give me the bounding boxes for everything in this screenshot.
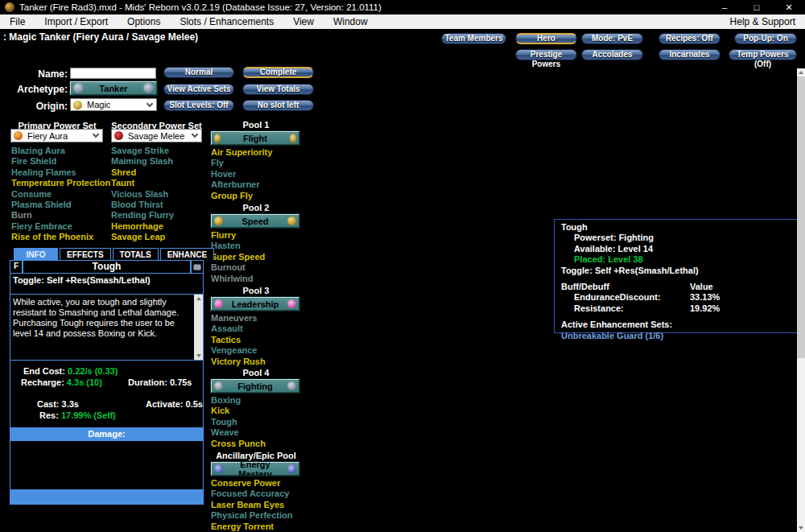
power-item[interactable]: Victory Rush: [211, 357, 308, 367]
power-item[interactable]: Fly: [211, 158, 308, 168]
power-item[interactable]: Physical Perfection: [211, 510, 308, 521]
pool-1-select[interactable]: Flight: [211, 131, 299, 145]
title-bar: Tanker (Fire Rad3).mxd - Mids' Reborn v3…: [0, 0, 805, 14]
build-subtitle: : Magic Tanker (Fiery Aura / Savage Mele…: [3, 31, 198, 43]
ancillary-pool-select[interactable]: Energy Mastery: [211, 462, 299, 476]
tanker-archetype-icon: [73, 83, 84, 93]
tab-totals[interactable]: TOTALS: [113, 248, 159, 260]
power-item[interactable]: Tough: [211, 417, 308, 427]
power-item[interactable]: Laser Beam Eyes: [211, 500, 308, 510]
view-totals-button[interactable]: View Totals: [242, 84, 314, 95]
maximize-button[interactable]: □: [741, 0, 773, 14]
power-item[interactable]: Afterburner: [211, 179, 308, 190]
power-item[interactable]: Conserve Power: [211, 478, 308, 489]
power-item[interactable]: Consume: [11, 189, 110, 200]
pool-3-select[interactable]: Leadership: [211, 297, 299, 311]
menu-item[interactable]: File: [0, 14, 35, 29]
scroll-up-icon[interactable]: [797, 68, 805, 76]
power-item[interactable]: Weave: [211, 427, 308, 438]
power-item[interactable]: Hemorrhage: [111, 221, 174, 232]
temp-powers-button[interactable]: Temp Powers (Off): [729, 49, 797, 60]
power-graph-button[interactable]: [192, 261, 203, 273]
power-item[interactable]: Focused Accuracy: [211, 489, 308, 499]
power-item[interactable]: Blood Thirst: [111, 200, 174, 210]
power-item[interactable]: Blazing Aura: [11, 146, 110, 156]
power-item[interactable]: Air Superiority: [211, 147, 308, 158]
scroll-up-icon[interactable]: [196, 297, 201, 300]
power-item[interactable]: Fire Shield: [11, 156, 110, 167]
close-button[interactable]: ✕: [773, 0, 805, 14]
power-item[interactable]: Group Fly: [211, 191, 308, 201]
tab-enhance[interactable]: ENHANCE: [160, 248, 214, 260]
power-item[interactable]: Savage Strike: [111, 146, 174, 156]
power-item[interactable]: Savage Leap: [111, 232, 174, 242]
secondary-power-set-select[interactable]: Savage Melee: [111, 129, 202, 142]
power-item[interactable]: Rending Flurry: [111, 210, 174, 221]
prestige-powers-button[interactable]: Prestige Powers: [515, 49, 577, 60]
power-item[interactable]: Energy Torrent: [211, 522, 308, 532]
power-item[interactable]: Maiming Slash: [111, 156, 174, 167]
power-item[interactable]: Assault: [211, 324, 308, 334]
power-item[interactable]: Whirlwind: [211, 274, 308, 284]
tab-info[interactable]: INFO: [14, 248, 58, 260]
scroll-down-icon[interactable]: [196, 354, 201, 357]
popup-available: Available: Level 14: [574, 244, 792, 254]
popup-sets-header: Active Enhancement Sets:: [561, 320, 792, 330]
power-item[interactable]: Plasma Shield: [11, 200, 110, 210]
no-slot-left-button[interactable]: No slot left: [242, 100, 314, 111]
power-item[interactable]: Rise of the Phoenix: [11, 232, 110, 242]
power-item[interactable]: Tactics: [211, 335, 308, 345]
primary-power-set-select[interactable]: Fiery Aura: [10, 129, 103, 142]
view-active-sets-button[interactable]: View Active Sets: [163, 84, 234, 95]
cast-value: 3.3s: [62, 399, 79, 409]
power-item[interactable]: Flurry: [211, 230, 308, 241]
popup-endurance-value: 33.13%: [690, 292, 720, 303]
power-item[interactable]: Shred: [111, 167, 174, 178]
complete-button[interactable]: Complete: [242, 67, 314, 78]
slot-levels-button[interactable]: Slot Levels: Off: [163, 100, 234, 111]
menu-item[interactable]: Window: [324, 14, 378, 29]
menu-help-support[interactable]: Help & Support: [720, 14, 805, 29]
menu-item[interactable]: View: [283, 14, 324, 29]
tab-effects[interactable]: EFFECTS: [60, 248, 111, 260]
power-item[interactable]: Fiery Embrace: [11, 221, 110, 232]
name-input[interactable]: [70, 68, 156, 79]
recipes-button[interactable]: Recipes: Off: [658, 33, 720, 44]
power-item[interactable]: Taunt: [111, 178, 174, 188]
hero-button[interactable]: Hero: [515, 33, 577, 44]
pool-4-select[interactable]: Fighting: [211, 379, 299, 393]
accolades-button[interactable]: Accolades: [581, 49, 643, 60]
scroll-down-icon[interactable]: [797, 524, 805, 532]
archetype-select[interactable]: Tanker: [70, 81, 157, 95]
popup-toggle-button[interactable]: Pop-Up: On: [734, 33, 797, 44]
pool-2-select[interactable]: Speed: [211, 214, 299, 228]
power-item[interactable]: Vicious Slash: [111, 189, 174, 200]
mode-pve-button[interactable]: Mode: PvE: [581, 33, 643, 44]
f-button[interactable]: F: [10, 261, 22, 273]
popup-endurance-label: EnduranceDiscount:: [574, 292, 661, 302]
power-item[interactable]: Boxing: [211, 395, 308, 406]
power-item[interactable]: Healing Flames: [11, 167, 110, 178]
origin-select[interactable]: Magic: [70, 98, 157, 111]
power-item[interactable]: Super Speed: [211, 252, 308, 262]
team-members-button[interactable]: Team Members: [441, 33, 506, 44]
power-item[interactable]: Vengeance: [211, 345, 308, 356]
normal-button[interactable]: Normal: [163, 67, 234, 78]
minimize-button[interactable]: –: [708, 0, 741, 14]
menu-item[interactable]: Options: [118, 14, 170, 29]
main-area-scrollbar[interactable]: [797, 68, 805, 532]
power-item[interactable]: Kick: [211, 406, 308, 416]
power-item[interactable]: Cross Punch: [211, 439, 308, 449]
power-item[interactable]: Maneuvers: [211, 313, 308, 324]
menu-item[interactable]: Import / Export: [35, 14, 118, 29]
menu-item[interactable]: Slots / Enhancements: [170, 14, 283, 29]
power-item[interactable]: Hasten: [211, 241, 308, 251]
power-item[interactable]: Burn: [11, 210, 110, 221]
description-scrollbar[interactable]: [194, 295, 203, 360]
power-item[interactable]: Burnout: [211, 262, 308, 273]
fighting-icon: [214, 381, 223, 390]
incarnates-button[interactable]: Incarnates: [658, 49, 720, 60]
scrollbar-thumb[interactable]: [797, 76, 805, 358]
power-item[interactable]: Hover: [211, 169, 308, 179]
power-item[interactable]: Temperature Protection: [11, 178, 110, 188]
